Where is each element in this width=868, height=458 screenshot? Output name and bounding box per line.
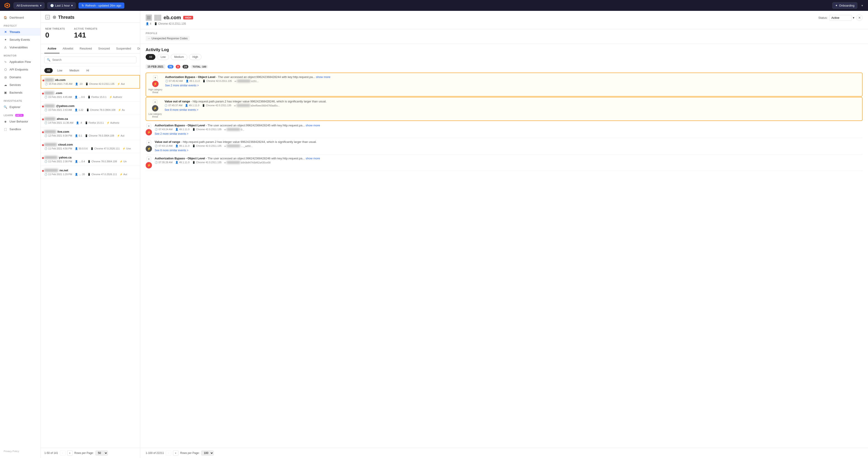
topbar-collapse-chevron[interactable]: ▾ [860,2,864,9]
event-time-icon: 🕐 07:43:13 AM [155,144,173,148]
see-more-link[interactable]: See 8 more similar events > [164,108,860,111]
domain-blur [45,78,54,81]
threat-severity-dot [42,131,44,133]
threat-row[interactable]: @yahoo.com 🕐 15 Feb 2021 2:43 AM 👤 1.22 … [41,101,140,115]
activity-filter-btn-all[interactable]: All [146,54,155,60]
activity-filter-btn-medium[interactable]: Medium [171,54,187,60]
sidebar-item-threats[interactable]: ✕ Threats [0,28,40,36]
event-expand-button[interactable]: + [147,157,151,161]
collapse-button[interactable]: ‹ [45,15,50,20]
home-icon: 🏠 [4,15,7,19]
search-box[interactable]: 🔍 [44,56,136,63]
see-more-link[interactable]: See 2 more similar events > [165,84,860,87]
security-events-label: Security Events [9,38,30,41]
sidebar-item-backends[interactable]: ▣ Backends [0,89,40,96]
page-prev-button[interactable]: ‹ [60,450,65,456]
tab-snoozed[interactable]: Snoozed [95,44,113,53]
tab-active[interactable]: Active [44,44,60,53]
total-badge: TOTAL: 100 [191,65,208,68]
event-expand-button[interactable]: + [153,100,157,104]
domain-text: eb.com [55,78,66,81]
tab-resolved[interactable]: Resolved [76,44,95,53]
threats-search: 🔍 [41,54,140,66]
sidebar-item-user-behavior[interactable]: ◈ User Behavior [0,118,40,125]
event-browser-icon: 📱 Chrome 42.0.2311.135 [192,161,222,164]
show-more-link[interactable]: show more [316,75,331,79]
beta-badge: BETA [16,114,23,117]
filter-btn-low[interactable]: Low [55,68,65,73]
active-threats-stat: ACTIVE THREATS 141 [74,27,97,39]
time-label: Last 1 hour [55,4,70,7]
show-more-link[interactable]: show more [306,157,320,160]
detail-page-prev-button[interactable]: ‹ [166,450,171,456]
page-next-button[interactable]: › [67,450,72,456]
sidebar-item-explorer[interactable]: 🔍 Explorer [0,103,40,111]
event-extra: ∞ 0... [224,128,244,131]
threat-row[interactable]: ne.net 🕐 11 Feb 2021 1:29 PM 👤 .... 20 📱… [41,166,140,179]
threat-row[interactable]: ahoo.ca 🕐 14 Feb 2021 11:36 AM 👤 .4 📱 Fi… [41,115,140,127]
threat-domain: eb.com [45,78,136,81]
sidebar-item-domains[interactable]: ◎ Domains [0,73,40,81]
detail-rows-select[interactable]: 1002550 [201,451,214,456]
sandbox-label: Sandbox [9,128,21,131]
threat-meta: 🕐 12 Feb 2021 9:38 PM 👤 0.1 📱 Chrome 78.… [44,134,136,137]
event-expand-button[interactable]: + [147,124,151,128]
threat-row[interactable]: cloud.com 🕐 11 Feb 2021 4:56 PM 👤 50.0.0… [41,140,140,153]
domains-label: Domains [9,75,21,79]
time-icon: 🕐 15 Feb 2021 7:45 AM [45,83,72,86]
threat-row[interactable]: .com 🕐 15 Feb 2021 4:45 AM 👤 ....0.6 📱 F… [41,89,140,101]
close-detail-button[interactable]: ✕ [856,14,863,21]
detail-page-next-button[interactable]: › [173,450,179,456]
sidebar-item-sandbox[interactable]: ⬚ Sandbox [0,125,40,133]
domain-blur [44,130,56,133]
onboarding-button[interactable]: ✦ Onboarding [832,2,857,9]
detail-pagination: 1-100 of 22211 ‹ › Rows per Page: 100255… [140,448,868,458]
threat-row[interactable]: yahoo.ca 🕐 11 Feb 2021 2:38 PM 👤 ....0.4… [41,153,140,166]
sidebar-item-vulnerabilities[interactable]: ⚠ Vulnerabilities [0,43,40,51]
user-icon: 👤 .10 [75,83,82,86]
privacy-policy-link[interactable]: Privacy Policy [0,447,40,455]
time-selector[interactable]: 🕐 Last 1 hour ▾ [47,2,76,9]
filter-btn-all[interactable]: All [44,68,53,73]
sidebar-item-security-events[interactable]: ✦ Security Events [0,36,40,43]
see-more-link[interactable]: See 2 more similar events > [155,132,863,135]
profile-tag: ··· Unexpected Response Codes [146,36,190,41]
tab-denylist[interactable]: Denylist [134,44,140,53]
status-select[interactable]: ActiveResolvedSnoozedSuspended [829,15,852,21]
learn-section-label: LEARN BETA [0,111,40,118]
filter-btn-hi[interactable]: Hi [84,68,92,73]
domain-text: ne.net [60,169,68,172]
detail-profile: PROFILE ··· Unexpected Response Codes [140,29,868,44]
rows-per-page-select[interactable]: 501025100 [95,451,108,456]
event-expand-button[interactable]: + [153,75,158,80]
sidebar-item-api-endpoints[interactable]: ⬡ API Endpoints [0,66,40,73]
see-more-link[interactable]: See 8 more similar events > [155,149,863,152]
env-selector[interactable]: All Environments ▾ [13,2,44,9]
sidebar-item-application-flow[interactable]: ⤷ Application Flow [0,58,40,66]
user-icon: 👤 .4 [76,121,82,124]
clock-icon: 🕐 [50,4,54,7]
detail-header: ██ eb.com HIGH 👤 4 📱 Chrome 42.0.2311.13… [140,11,868,29]
tab-suspended[interactable]: Suspended [113,44,134,53]
threat-row[interactable]: live.com 🕐 12 Feb 2021 9:38 PM 👤 0.1 📱 C… [41,127,140,140]
status-wrapper: ActiveResolvedSnoozedSuspended ▾ [829,15,855,21]
activity-filter-btn-high[interactable]: High [189,54,202,60]
sidebar-item-dashboard[interactable]: 🏠 Dashboard [0,13,40,21]
filter-btn-medium[interactable]: Medium [67,68,82,73]
refresh-button[interactable]: ↻ Refresh - updated 26m ago [79,2,124,9]
threat-severity-dot [42,144,44,146]
domain-blur [44,92,54,95]
activity-filter-btn-low[interactable]: Low [157,54,169,60]
tab-allowlist[interactable]: Allowlist [60,44,76,53]
event-expand-button[interactable]: + [147,140,151,145]
event-meta: 🕐 07:45:37 AM 👤 49.1.11.0 📱 Chrome 42.0.… [164,104,860,107]
threat-row[interactable]: eb.com 🕐 15 Feb 2021 7:45 AM 👤 .10 📱 Chr… [41,75,140,89]
show-more-link[interactable]: show more [306,124,320,127]
status-chevron-icon: ▾ [853,16,855,20]
sidebar-item-services[interactable]: ☁ Services [0,81,40,89]
search-input[interactable] [52,58,134,62]
domain-blur [44,143,57,146]
event-title: Value out of range - http.request.path.p… [164,100,860,103]
event-severity-icon: ⚡ [152,81,158,87]
event-meta: 🕐 07:43:13 AM 👤 49.1.11.0 📱 Chrome 42.0.… [155,144,863,148]
